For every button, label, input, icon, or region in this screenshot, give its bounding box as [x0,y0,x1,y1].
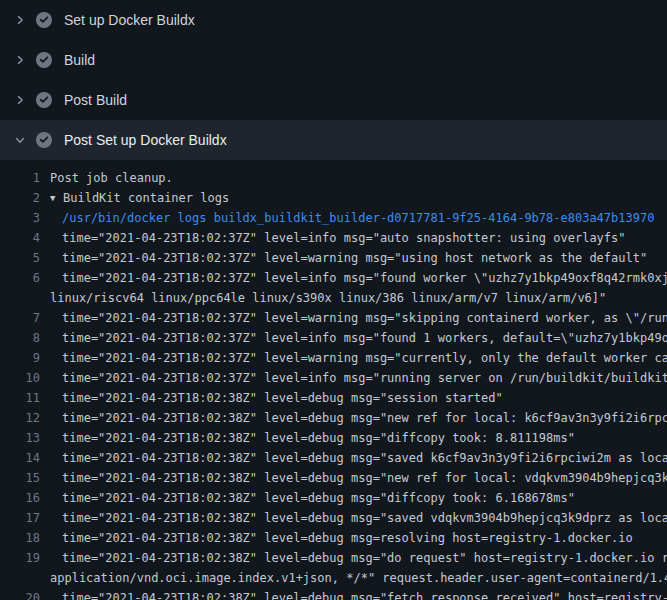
log-line-number[interactable]: 19 [0,548,40,568]
step-title: Post Set up Docker Buildx [64,132,227,148]
log-line-number[interactable]: 16 [0,488,40,508]
actions-log-viewer: Set up Docker BuildxBuildPost BuildPost … [0,0,667,600]
log-line-text: time="2021-04-23T18:02:38Z" level=debug … [62,508,667,528]
log-line: 12time="2021-04-23T18:02:38Z" level=debu… [0,408,667,428]
step-title: Build [64,52,95,68]
log-line-text: time="2021-04-23T18:02:37Z" level=warnin… [62,308,667,328]
log-line-text: time="2021-04-23T18:02:37Z" level=warnin… [62,248,647,268]
log-line-text: linux/riscv64 linux/ppc64le linux/s390x … [50,288,606,308]
log-panel[interactable]: 1Post job cleanup.2▼BuildKit container l… [0,160,667,600]
chevron-right-icon [12,92,28,108]
log-line-text: time="2021-04-23T18:02:38Z" level=debug … [62,388,503,408]
log-line-continuation: linux/riscv64 linux/ppc64le linux/s390x … [0,288,667,308]
steps-list: Set up Docker BuildxBuildPost BuildPost … [0,0,667,160]
log-line-number[interactable]: 14 [0,448,40,468]
log-line-number[interactable]: 13 [0,428,40,448]
log-line: 2▼BuildKit container logs [0,188,667,208]
log-line: 11time="2021-04-23T18:02:38Z" level=debu… [0,388,667,408]
check-circle-icon [36,132,52,148]
log-group-label: BuildKit container logs [63,191,229,205]
log-line: 7time="2021-04-23T18:02:37Z" level=warni… [0,308,667,328]
log-line-text: application/vnd.oci.image.index.v1+json,… [50,568,667,588]
log-line-number[interactable]: 11 [0,388,40,408]
log-line: 15time="2021-04-23T18:02:38Z" level=debu… [0,468,667,488]
step-title: Set up Docker Buildx [64,12,195,28]
log-line-text: time="2021-04-23T18:02:38Z" level=debug … [62,408,667,428]
log-line-text: time="2021-04-23T18:02:38Z" level=debug … [62,428,575,448]
log-line-number[interactable]: 2 [0,188,40,208]
step-header-post-set-up-docker-buildx[interactable]: Post Set up Docker Buildx [0,120,667,160]
step-header-set-up-docker-buildx[interactable]: Set up Docker Buildx [0,0,667,40]
log-line-number[interactable]: 5 [0,248,40,268]
log-line-text: time="2021-04-23T18:02:37Z" level=info m… [62,228,626,248]
log-line-number[interactable]: 4 [0,228,40,248]
chevron-right-icon [12,52,28,68]
check-circle-icon [36,52,52,68]
log-line: 16time="2021-04-23T18:02:38Z" level=debu… [0,488,667,508]
log-line-text: time="2021-04-23T18:02:37Z" level=info m… [62,328,667,348]
log-line: 4time="2021-04-23T18:02:37Z" level=info … [0,228,667,248]
log-line: 9time="2021-04-23T18:02:37Z" level=warni… [0,348,667,368]
log-line-number[interactable]: 18 [0,528,40,548]
log-line-text: time="2021-04-23T18:02:38Z" level=debug … [62,488,575,508]
log-line-text: time="2021-04-23T18:02:38Z" level=debug … [62,448,667,468]
log-line: 19time="2021-04-23T18:02:38Z" level=debu… [0,548,667,568]
check-circle-icon [36,12,52,28]
check-circle-icon [36,92,52,108]
disclosure-triangle-icon: ▼ [50,188,58,208]
log-line-text: time="2021-04-23T18:02:37Z" level=info m… [62,368,667,388]
log-group-toggle[interactable]: ▼BuildKit container logs [50,188,229,208]
log-line: 6time="2021-04-23T18:02:37Z" level=info … [0,268,667,288]
log-line-number[interactable]: 10 [0,368,40,388]
chevron-down-icon [12,132,28,148]
log-line-number[interactable]: 1 [0,168,40,188]
log-line-number[interactable]: 15 [0,468,40,488]
log-line-number[interactable]: 3 [0,208,40,228]
log-command-text: /usr/bin/docker logs buildx_buildkit_bui… [62,208,654,228]
log-line-text: time="2021-04-23T18:02:38Z" level=debug … [62,468,667,488]
step-title: Post Build [64,92,127,108]
log-line-number [0,568,40,588]
log-line-number[interactable]: 8 [0,328,40,348]
log-line-number [0,288,40,308]
log-line-continuation: application/vnd.oci.image.index.v1+json,… [0,568,667,588]
step-header-build[interactable]: Build [0,40,667,80]
log-line-number[interactable]: 7 [0,308,40,328]
log-line: 1Post job cleanup. [0,168,667,188]
log-line-text: time="2021-04-23T18:02:38Z" level=debug … [62,548,667,568]
log-line-number[interactable]: 6 [0,268,40,288]
log-line: 10time="2021-04-23T18:02:37Z" level=info… [0,368,667,388]
log-line-number[interactable]: 12 [0,408,40,428]
log-line-number[interactable]: 17 [0,508,40,528]
log-line: 20time="2021-04-23T18:02:38Z" level=debu… [0,588,667,600]
log-line-text: time="2021-04-23T18:02:37Z" level=info m… [62,268,667,288]
log-line-text: time="2021-04-23T18:02:37Z" level=warnin… [62,348,667,368]
step-header-post-build[interactable]: Post Build [0,80,667,120]
log-line: 17time="2021-04-23T18:02:38Z" level=debu… [0,508,667,528]
log-line-text: Post job cleanup. [50,168,173,188]
log-line: 13time="2021-04-23T18:02:38Z" level=debu… [0,428,667,448]
log-line: 8time="2021-04-23T18:02:37Z" level=info … [0,328,667,348]
log-line-number[interactable]: 20 [0,588,40,600]
log-line: 5time="2021-04-23T18:02:37Z" level=warni… [0,248,667,268]
log-line-text: time="2021-04-23T18:02:38Z" level=debug … [62,588,667,600]
chevron-right-icon [12,12,28,28]
log-line: 3/usr/bin/docker logs buildx_buildkit_bu… [0,208,667,228]
log-line: 18time="2021-04-23T18:02:38Z" level=debu… [0,528,667,548]
log-line: 14time="2021-04-23T18:02:38Z" level=debu… [0,448,667,468]
log-line-number[interactable]: 9 [0,348,40,368]
log-line-text: time="2021-04-23T18:02:38Z" level=debug … [62,528,633,548]
